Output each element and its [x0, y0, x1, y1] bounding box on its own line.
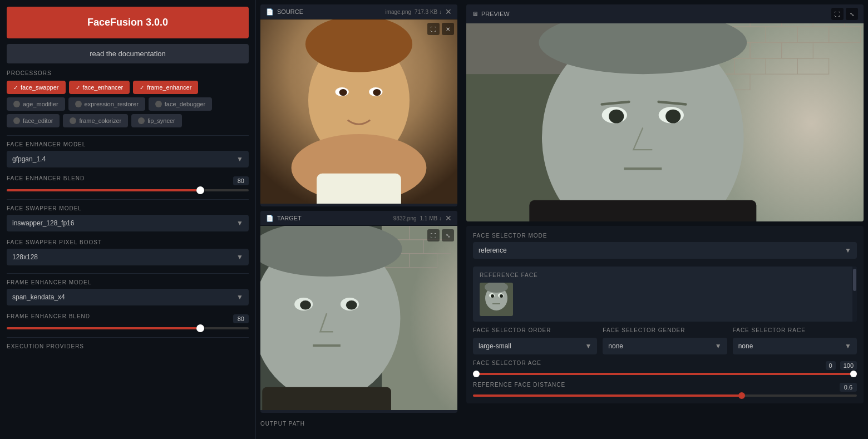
doc-button[interactable]: read the documentation [7, 44, 249, 63]
source-title-text: SOURCE [277, 8, 303, 15]
source-card-header: 📄 SOURCE image.png 717.3 KB ↓ ✕ [260, 4, 457, 19]
processor-frame-colorizer[interactable]: frame_colorizer [63, 114, 128, 127]
svg-point-7 [339, 89, 347, 96]
face-swapper-model-label: FACE SWAPPER MODEL [7, 205, 249, 211]
face-selector-gender-select[interactable]: none male female [603, 338, 727, 354]
ref-face-svg [480, 283, 513, 316]
svg-point-69 [491, 294, 494, 298]
svg-rect-25 [262, 387, 391, 410]
face-swapper-model-select[interactable]: inswapper_128_fp16 inswapper_128 [7, 215, 249, 231]
target-card: 📄 TARGET 9832.png 1.1 MB ↓ ✕ [260, 211, 457, 413]
processor-frame-enhancer[interactable]: ✓ frame_enhancer [133, 81, 198, 94]
face-swapper-pixel-boost-select[interactable]: 128x128 256x256 512x512 [7, 249, 249, 265]
source-file-icon: 📄 [266, 8, 274, 16]
radio-dot-3 [155, 101, 162, 107]
face-selector-gender-label: FACE SELECTOR GENDER [603, 327, 727, 333]
frame-enhancer-model-group: FRAME ENHANCER MODEL span_kendata_x4 lsd… [7, 279, 249, 305]
source-expand-btn-2[interactable]: ✕ [442, 23, 454, 35]
preview-face-svg [466, 23, 864, 221]
source-filesize: 717.3 KB ↓ [415, 9, 442, 15]
processor-face-swapper[interactable]: ✓ face_swapper [7, 81, 66, 94]
preview-expand-buttons: ⛶ ⤡ [831, 8, 858, 20]
face-selector-race-col: FACE SELECTOR RACE none white black asia… [733, 327, 857, 354]
preview-image-area [466, 23, 864, 221]
frame-enhancer-blend-value: 80 [233, 314, 249, 323]
ref-distance-fill [473, 394, 742, 397]
face-selector-gender-col: FACE SELECTOR GENDER none male female ▼ [603, 327, 727, 354]
divider-1 [7, 135, 249, 136]
target-expand-btn-2[interactable]: ⤡ [442, 229, 454, 241]
target-expand-btn-1[interactable]: ⛶ [427, 229, 440, 241]
face-selector-order-select[interactable]: large-small small-large top-bottom botto… [473, 338, 597, 354]
face-selector-race-label: FACE SELECTOR RACE [733, 327, 857, 333]
source-close-button[interactable]: ✕ [445, 8, 452, 16]
face-selector-age-label: FACE SELECTOR AGE [473, 360, 541, 366]
processor-grid: ✓ face_swapper ✓ face_enhancer ✓ frame_e… [7, 81, 249, 127]
face-enhancer-model-select-wrapper: gfpgan_1.4 gfpgan_1.3 codeformer ▼ [7, 151, 249, 167]
svg-rect-63 [529, 200, 756, 221]
divider-2 [7, 199, 249, 200]
processors-label: PROCESSORS [7, 70, 249, 76]
radio-dot-2 [75, 101, 82, 107]
reference-face-label: REFERENCE FACE [480, 272, 846, 278]
target-close-button[interactable]: ✕ [445, 214, 452, 222]
divider-3 [7, 273, 249, 274]
preview-card: 🖥 PREVIEW ⛶ ⤡ [466, 4, 864, 221]
preview-expand-btn-2[interactable]: ⤡ [846, 8, 858, 20]
processor-expression-restorer[interactable]: expression_restorer [68, 97, 145, 111]
age-thumb-left[interactable] [473, 371, 480, 377]
target-card-info: 9832.png 1.1 MB ↓ ✕ [393, 214, 452, 222]
face-selector-controls: FACE SELECTOR MODE reference one many sp… [466, 226, 864, 403]
output-path-label: OUTPUT PATH [260, 421, 457, 427]
processor-age-modifier[interactable]: age_modifier [7, 97, 65, 111]
ref-face-scrollbar[interactable] [852, 267, 857, 322]
processor-lip-syncer[interactable]: lip_syncer [131, 114, 182, 127]
age-row: FACE SELECTOR AGE 0 100 [473, 360, 857, 371]
face-selector-race-wrapper: none white black asian ▼ [733, 338, 857, 354]
ref-distance-thumb[interactable] [738, 392, 745, 399]
frame-enhancer-blend-fill [7, 327, 200, 329]
svg-point-8 [373, 89, 381, 96]
face-enhancer-model-select[interactable]: gfpgan_1.4 gfpgan_1.3 codeformer [7, 151, 249, 167]
radio-dot-1 [13, 101, 20, 107]
ref-distance-slider[interactable] [473, 394, 857, 397]
processor-face-editor[interactable]: face_editor [7, 114, 60, 127]
source-expand-btn-1[interactable]: ⛶ [427, 23, 440, 35]
preview-icon: 🖥 [472, 11, 478, 17]
face-swapper-model-group: FACE SWAPPER MODEL inswapper_128_fp16 in… [7, 205, 249, 231]
processor-face-debugger[interactable]: face_debugger [149, 97, 212, 111]
source-face-image [260, 19, 457, 204]
face-enhancer-blend-label: FACE ENHANCER BLEND [7, 175, 85, 181]
source-card: 📄 SOURCE image.png 717.3 KB ↓ ✕ [260, 4, 457, 206]
reference-face-section: REFERENCE FACE [473, 267, 857, 322]
processor-face-enhancer[interactable]: ✓ face_enhancer [69, 81, 130, 94]
target-image: ⛶ ⤡ [260, 226, 457, 410]
target-card-header: 📄 TARGET 9832.png 1.1 MB ↓ ✕ [260, 211, 457, 226]
frame-enhancer-blend-thumb[interactable] [196, 324, 204, 332]
radio-dot-5 [70, 117, 76, 124]
source-face-svg [260, 19, 457, 204]
face-selector-mode-select[interactable]: reference one many specific [473, 242, 857, 259]
face-selector-order-col: FACE SELECTOR ORDER large-small small-la… [473, 327, 597, 354]
face-enhancer-blend-slider[interactable] [7, 189, 249, 191]
target-title-text: TARGET [277, 215, 302, 221]
target-expand-icons: ⛶ ⤡ [427, 229, 454, 241]
svg-point-22 [300, 300, 311, 310]
face-swapper-pixel-boost-label: FACE SWAPPER PIXEL BOOST [7, 239, 249, 245]
face-selector-mode-group: FACE SELECTOR MODE reference one many sp… [473, 233, 857, 259]
divider-4 [7, 337, 249, 338]
selector-row-1: FACE SELECTOR ORDER large-small small-la… [473, 327, 857, 354]
target-filesize: 1.1 MB ↓ [420, 215, 442, 221]
face-enhancer-model-label: FACE ENHANCER MODEL [7, 141, 249, 147]
frame-enhancer-model-select[interactable]: span_kendata_x4 lsdir_x4 [7, 289, 249, 305]
age-thumb-right[interactable] [850, 371, 857, 377]
preview-expand-btn-1[interactable]: ⛶ [831, 8, 844, 20]
face-enhancer-blend-thumb[interactable] [196, 186, 204, 194]
frame-enhancer-blend-slider[interactable] [7, 327, 249, 329]
face-selector-race-select[interactable]: none white black asian [733, 338, 857, 354]
age-range-slider[interactable] [473, 373, 857, 375]
middle-panel: 📄 SOURCE image.png 717.3 KB ↓ ✕ [256, 0, 462, 439]
svg-point-60 [665, 110, 680, 124]
source-card-info: image.png 717.3 KB ↓ ✕ [385, 8, 452, 16]
frame-enhancer-model-select-wrapper: span_kendata_x4 lsdir_x4 ▼ [7, 289, 249, 305]
